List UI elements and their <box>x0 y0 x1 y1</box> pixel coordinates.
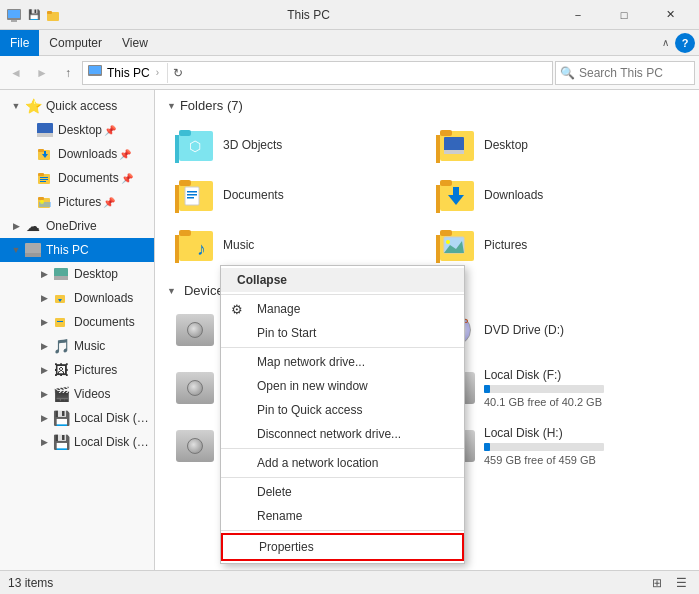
drive-h-info: Local Disk (H:) 459 GB free of 459 GB <box>484 426 604 466</box>
sidebar-item-pictures[interactable]: Pictures 📌 <box>0 190 154 214</box>
thispc-videos-expand[interactable]: ▶ <box>36 389 52 399</box>
svg-rect-15 <box>40 177 48 178</box>
svg-rect-41 <box>179 180 191 186</box>
onedrive-expand-icon[interactable]: ▶ <box>8 221 24 231</box>
maximize-button[interactable]: □ <box>601 0 647 30</box>
search-bar[interactable]: 🔍 <box>555 61 695 85</box>
thispc-documents-icon <box>52 313 70 331</box>
svg-rect-1 <box>8 10 20 18</box>
up-button[interactable]: ↑ <box>56 61 80 85</box>
ctx-add-network[interactable]: Add a network location <box>221 451 464 475</box>
forward-button[interactable]: ► <box>30 61 54 85</box>
sidebar-thispc-desktop[interactable]: ▶ Desktop <box>0 262 154 286</box>
sidebar-thispc-downloads[interactable]: ▶ Downloads <box>0 286 154 310</box>
svg-rect-42 <box>185 187 199 205</box>
drive-e-icon <box>175 370 215 406</box>
sidebar-item-documents[interactable]: Documents 📌 <box>0 166 154 190</box>
svg-rect-57 <box>440 230 452 236</box>
address-refresh-button[interactable]: ↻ <box>167 63 187 83</box>
drive-item-f[interactable]: Local Disk (F:) 40.1 GB free of 40.2 GB <box>428 360 687 416</box>
folder-item-desktop[interactable]: Desktop <box>428 121 687 169</box>
help-button[interactable]: ? <box>675 33 695 53</box>
folder-item-music[interactable]: ♪ Music <box>167 221 426 269</box>
thispc-desktop-label: Desktop <box>74 267 118 281</box>
svg-rect-46 <box>436 185 440 213</box>
quick-access-expand-icon[interactable]: ▼ <box>8 101 24 111</box>
ctx-pin-quick[interactable]: Pin to Quick access <box>221 398 464 422</box>
close-button[interactable]: ✕ <box>647 0 693 30</box>
svg-rect-28 <box>55 318 65 327</box>
thispc-pictures-expand[interactable]: ▶ <box>36 365 52 375</box>
svg-rect-53 <box>179 230 191 236</box>
menu-view[interactable]: View <box>112 30 158 56</box>
folder-3dobjects-icon: ⬡ <box>175 127 215 163</box>
svg-rect-8 <box>37 133 53 137</box>
ctx-disconnect-network[interactable]: Disconnect network drive... <box>221 422 464 446</box>
ctx-map-network[interactable]: Map network drive... <box>221 350 464 374</box>
thispc-hdrive-expand[interactable]: ▶ <box>36 437 52 447</box>
menu-bar-right: ∧ ? <box>658 33 699 53</box>
sidebar-item-onedrive[interactable]: ▶ ☁ OneDrive <box>0 214 154 238</box>
minimize-button[interactable]: − <box>555 0 601 30</box>
sidebar-item-desktop[interactable]: Desktop 📌 <box>0 118 154 142</box>
svg-rect-32 <box>179 130 191 136</box>
status-items-count: 13 items <box>8 576 53 590</box>
drive-h-progress-bar <box>484 443 490 451</box>
address-bar[interactable]: This PC › ↻ <box>82 61 553 85</box>
address-chevron-icon: › <box>156 67 159 78</box>
sidebar-thispc-pictures[interactable]: ▶ 🖼 Pictures <box>0 358 154 382</box>
folders-expand-icon[interactable]: ▼ <box>167 101 176 111</box>
title-bar-icons: 💾 <box>6 7 62 23</box>
back-button[interactable]: ◄ <box>4 61 28 85</box>
folder-item-downloads[interactable]: Downloads <box>428 171 687 219</box>
sidebar-thispc-documents[interactable]: ▶ Documents <box>0 310 154 334</box>
status-bar: 13 items ⊞ ☰ <box>0 570 699 594</box>
thispc-desktop-expand[interactable]: ▶ <box>36 269 52 279</box>
sidebar-thispc-music[interactable]: ▶ 🎵 Music <box>0 334 154 358</box>
sidebar-thispc-cdrive[interactable]: ▶ 💾 Local Disk (C:) <box>0 406 154 430</box>
folder-item-pictures[interactable]: Pictures <box>428 221 687 269</box>
svg-rect-24 <box>54 268 68 277</box>
ctx-separator-2 <box>221 347 464 348</box>
drive-item-d[interactable]: DVD DVD Drive (D:) <box>428 302 687 358</box>
drive-item-h[interactable]: Local Disk (H:) 459 GB free of 459 GB <box>428 418 687 474</box>
drive-c-icon <box>175 312 215 348</box>
thispc-expand-icon[interactable]: ▼ <box>8 245 24 255</box>
desktop-icon <box>36 121 54 139</box>
drives-expand-icon[interactable]: ▼ <box>167 286 176 296</box>
ribbon-collapse-icon[interactable]: ∧ <box>658 35 673 50</box>
ctx-manage[interactable]: ⚙ Manage <box>221 297 464 321</box>
ctx-properties[interactable]: Properties <box>221 533 464 561</box>
sidebar-item-downloads[interactable]: Downloads 📌 <box>0 142 154 166</box>
sidebar-thispc-hdrive[interactable]: ▶ 💾 Local Disk (H:) <box>0 430 154 454</box>
thispc-downloads-label: Downloads <box>74 291 133 305</box>
desktop-label: Desktop <box>58 123 102 137</box>
thispc-documents-expand[interactable]: ▶ <box>36 317 52 327</box>
thispc-cdrive-expand[interactable]: ▶ <box>36 413 52 423</box>
svg-rect-55 <box>436 235 440 263</box>
ctx-collapse[interactable]: Collapse <box>221 268 464 292</box>
drive-f-info: Local Disk (F:) 40.1 GB free of 40.2 GB <box>484 368 604 408</box>
menu-computer[interactable]: Computer <box>39 30 112 56</box>
folder-downloads-name: Downloads <box>484 188 543 202</box>
sidebar-thispc-videos[interactable]: ▶ 🎬 Videos <box>0 382 154 406</box>
ctx-rename[interactable]: Rename <box>221 504 464 528</box>
sidebar-item-quick-access[interactable]: ▼ ⭐ Quick access <box>0 94 154 118</box>
folder-item-documents[interactable]: Documents <box>167 171 426 219</box>
ctx-separator-5 <box>221 530 464 531</box>
thispc-downloads-expand[interactable]: ▶ <box>36 293 52 303</box>
view-large-icons-button[interactable]: ⊞ <box>647 574 667 592</box>
toolbar-new-folder-icon <box>46 7 62 23</box>
search-input[interactable] <box>579 66 690 80</box>
ctx-open-new-window[interactable]: Open in new window <box>221 374 464 398</box>
view-details-button[interactable]: ☰ <box>671 574 691 592</box>
ctx-pin-start[interactable]: Pin to Start <box>221 321 464 345</box>
menu-file[interactable]: File <box>0 30 39 56</box>
sidebar-item-thispc[interactable]: ▼ This PC <box>0 238 154 262</box>
folder-item-3dobjects[interactable]: ⬡ 3D Objects <box>167 121 426 169</box>
svg-point-21 <box>40 200 44 204</box>
thispc-music-expand[interactable]: ▶ <box>36 341 52 351</box>
content-area: ▼ Folders (7) ⬡ 3D Objects <box>155 90 699 570</box>
thispc-label: This PC <box>46 243 89 257</box>
ctx-delete[interactable]: Delete <box>221 480 464 504</box>
